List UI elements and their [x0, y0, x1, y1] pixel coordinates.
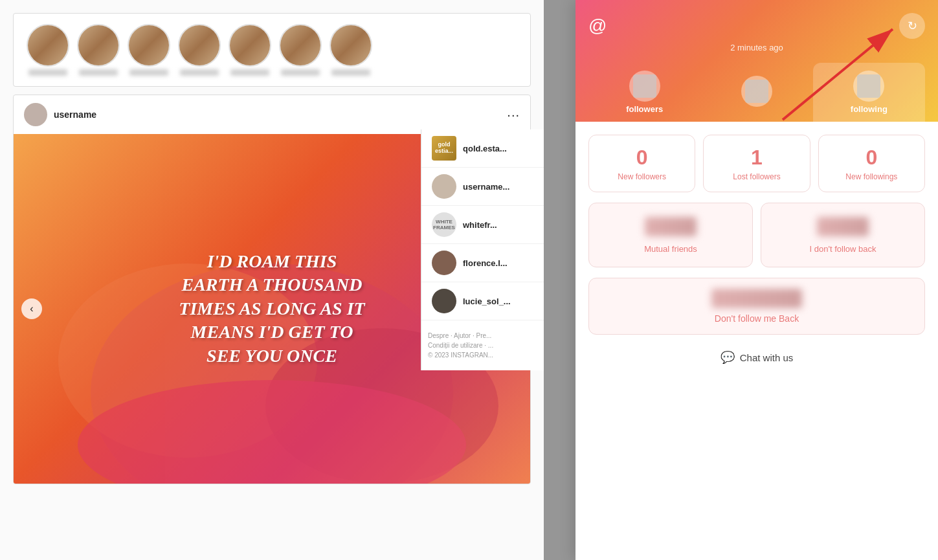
new-followings-label: New followings [845, 172, 897, 181]
panel-body: 0 New followers 1 Lost followers 0 New f… [575, 122, 938, 560]
refresh-button[interactable]: ↻ [899, 13, 925, 39]
post-avatar [24, 103, 47, 126]
post-image-quote: I'D ROAM THIS EARTH A THOUSAND TIMES AS … [166, 237, 377, 381]
panel-tabs: followers following [588, 63, 925, 122]
post-options-button[interactable]: ··· [507, 107, 520, 122]
story-avatar-image [78, 25, 118, 65]
feed-avatar [432, 174, 456, 199]
story-avatar-image [331, 25, 371, 65]
instagram-background: username ··· I'D ROAM THIS EARTH A THOUS… [0, 0, 544, 560]
story-item[interactable] [178, 24, 221, 76]
followers-tab-icon [629, 71, 660, 102]
feed-avatar: WHITEFRAMES [432, 212, 456, 237]
stat-new-followings[interactable]: 0 New followings [818, 135, 925, 192]
at-icon: @ [588, 16, 607, 36]
new-followers-label: New followers [618, 172, 666, 181]
middle-tab-icon [741, 76, 772, 107]
story-avatar-circle [128, 24, 170, 67]
analytics-panel: @ ↻ 2 minutes ago followers [575, 0, 938, 560]
story-avatar-circle [178, 24, 221, 67]
feed-item[interactable]: goldestia... qold.esta... [421, 129, 544, 168]
new-followings-number: 0 [865, 146, 877, 170]
feed-username: lucie_sol_... [463, 297, 511, 306]
panel-time: 2 minutes ago [588, 43, 925, 52]
story-item[interactable] [128, 24, 170, 76]
following-icon-inner [857, 74, 880, 98]
refresh-icon: ↻ [908, 19, 917, 33]
followers-icon-inner [633, 74, 656, 98]
stats-grid: 0 New followers 1 Lost followers 0 New f… [588, 135, 925, 192]
dont-follow-back-card[interactable]: I don't follow back [761, 203, 925, 267]
dont-follow-back-label: I don't follow back [810, 244, 877, 254]
story-username [230, 69, 269, 76]
tab-following[interactable]: following [813, 63, 925, 122]
mutual-friends-card[interactable]: Mutual friends [588, 203, 753, 267]
feed-sidebar: goldestia... qold.esta... username... WH… [421, 129, 544, 370]
lost-followers-label: Lost followers [733, 172, 780, 181]
following-tab-label: following [851, 104, 888, 114]
lost-followers-number: 1 [751, 146, 763, 170]
mutual-friends-label: Mutual friends [644, 244, 697, 254]
middle-icon-inner [745, 80, 768, 103]
ig-footer: Despre · Ajutor · Pre...Condiții de util… [421, 320, 544, 370]
feed-username: florence.l... [463, 258, 508, 268]
story-avatar-circle [229, 24, 271, 67]
post-header: username ··· [14, 95, 530, 134]
feed-avatar [432, 251, 456, 275]
feed-username: qold.esta... [463, 144, 507, 153]
chat-icon: 💬 [720, 350, 735, 364]
story-item[interactable] [27, 24, 69, 76]
feed-item[interactable]: florence.l... [421, 244, 544, 282]
story-item[interactable] [77, 24, 120, 76]
story-username [79, 69, 118, 76]
story-item[interactable] [329, 24, 372, 76]
story-avatar-circle [329, 24, 372, 67]
story-avatar-circle [77, 24, 120, 67]
panel-top-row: @ ↻ [588, 13, 925, 39]
story-item[interactable] [229, 24, 271, 76]
story-item[interactable] [279, 24, 322, 76]
tab-middle[interactable] [700, 63, 812, 122]
following-tab-icon [853, 71, 884, 102]
feed-username: username... [463, 182, 509, 192]
new-followers-number: 0 [636, 146, 648, 170]
chat-label: Chat with us [740, 352, 794, 363]
story-username [281, 69, 320, 76]
story-avatar-image [179, 25, 219, 65]
stories-row [13, 13, 531, 87]
mutual-friends-blur [645, 217, 697, 236]
post-prev-button[interactable]: ‹ [21, 298, 42, 319]
story-avatar-image [230, 25, 270, 65]
story-username [331, 69, 370, 76]
feature-grid: Mutual friends I don't follow back [588, 203, 925, 267]
feed-item[interactable]: username... [421, 168, 544, 206]
story-avatar-image [129, 25, 169, 65]
chat-button[interactable]: 💬 Chat with us [588, 345, 925, 370]
panel-header: @ ↻ 2 minutes ago followers [575, 0, 938, 122]
story-avatar-image [280, 25, 320, 65]
story-username [129, 69, 168, 76]
full-card-blur [711, 289, 802, 308]
feed-username: whitefr... [463, 220, 497, 230]
stat-lost-followers[interactable]: 1 Lost followers [703, 135, 810, 192]
dont-follow-blur [817, 217, 869, 236]
feed-avatar [432, 289, 456, 313]
feed-item[interactable]: lucie_sol_... [421, 282, 544, 320]
followers-tab-label: followers [626, 104, 663, 114]
story-avatar-circle [27, 24, 69, 67]
story-avatar-circle [279, 24, 322, 67]
dont-follow-me-back-label: Don't follow me Back [715, 313, 799, 324]
stat-new-followers[interactable]: 0 New followers [588, 135, 695, 192]
story-avatar-image [28, 25, 68, 65]
story-username [28, 69, 67, 76]
story-username [180, 69, 219, 76]
feed-avatar: goldestia... [432, 136, 456, 161]
feed-item[interactable]: WHITEFRAMES whitefr... [421, 206, 544, 244]
tab-followers[interactable]: followers [588, 63, 700, 122]
dont-follow-me-back-card[interactable]: Don't follow me Back [588, 278, 925, 335]
post-username: username [54, 109, 500, 120]
